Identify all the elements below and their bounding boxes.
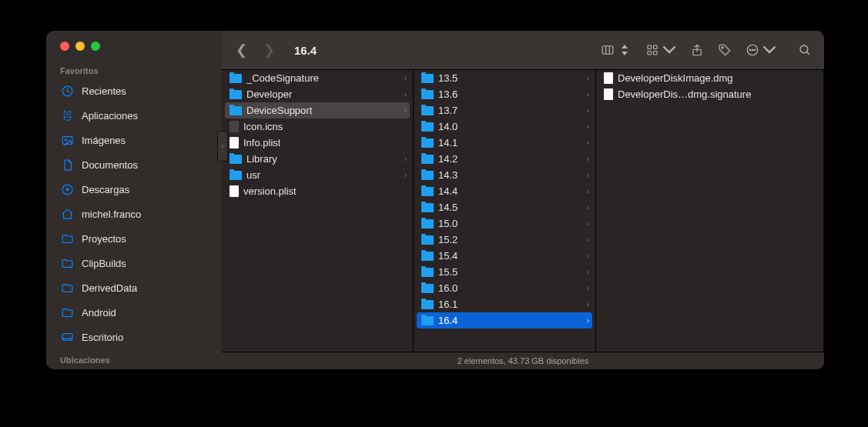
minimize-button[interactable] (75, 42, 85, 51)
column-1[interactable]: _CodeSignature›Developer›DeviceSupport›I… (222, 70, 414, 352)
column-2[interactable]: 13.5›13.6›13.7›14.0›14.1›14.2›14.3›14.4›… (414, 70, 596, 352)
file-row[interactable]: 15.4› (414, 248, 595, 264)
sidebar-item[interactable]: ClipBuilds (46, 251, 222, 275)
file-row[interactable]: 13.7› (414, 102, 595, 118)
sidebar-item[interactable]: Escritorio (46, 325, 222, 349)
folder-icon (230, 74, 242, 83)
svg-point-18 (754, 49, 756, 51)
file-row[interactable]: 14.3› (414, 167, 595, 183)
file-row[interactable]: DeveloperDis…dmg.signature (596, 86, 823, 102)
sidebar-item-label: Recientes (82, 85, 126, 97)
chevron-right-icon: › (404, 171, 407, 179)
file-label: 13.5 (438, 72, 457, 84)
folder-icon (421, 138, 434, 148)
search-button[interactable] (798, 43, 812, 57)
folder-icon (230, 155, 242, 164)
maximize-button[interactable] (91, 42, 100, 51)
grid-icon (645, 43, 659, 57)
file-row[interactable]: usr› (222, 167, 413, 183)
more-button[interactable] (746, 43, 776, 57)
file-row[interactable]: 13.5› (414, 70, 595, 86)
svg-rect-9 (648, 45, 652, 49)
folder-icon (421, 235, 434, 245)
share-button[interactable] (690, 43, 704, 57)
sidebar-item-label: Imágenes (82, 135, 126, 146)
file-row[interactable]: version.plist (222, 183, 413, 199)
close-button[interactable] (60, 42, 69, 51)
file-icon (604, 72, 613, 84)
sidebar-item[interactable]: Imágenes (46, 128, 222, 152)
file-row[interactable]: 16.4› (417, 312, 592, 329)
chevron-down-icon (662, 43, 676, 57)
sidebar-item-label: ClipBuilds (82, 258, 126, 269)
file-row[interactable]: 15.2› (414, 232, 595, 248)
file-row[interactable]: 16.0› (414, 280, 595, 296)
apps-icon (60, 108, 74, 122)
file-row[interactable]: 15.0› (414, 215, 595, 232)
sidebar-item[interactable]: Documentos (46, 152, 222, 177)
sidebar-item[interactable]: iCloud Drive (46, 368, 222, 369)
folder-icon (60, 305, 74, 319)
file-label: version.plist (243, 185, 297, 197)
clock-icon (60, 84, 74, 98)
home-icon (60, 207, 74, 221)
chevron-right-icon: › (587, 252, 589, 260)
sidebar-item[interactable]: Aplicaciones (46, 103, 222, 128)
sidebar-item-label: Proyectos (82, 233, 126, 245)
svg-rect-4 (62, 333, 72, 340)
chevron-right-icon: › (587, 235, 589, 244)
sidebar-item[interactable]: Descargas (46, 177, 222, 202)
tags-button[interactable] (718, 43, 732, 57)
svg-point-2 (65, 138, 66, 140)
download-icon (60, 182, 74, 196)
group-button[interactable] (645, 43, 676, 57)
sidebar-item-label: DerivedData (82, 282, 137, 294)
sidebar-item[interactable]: Proyectos (46, 226, 222, 251)
sidebar-item-label: Escritorio (82, 332, 123, 343)
file-label: Developer (246, 88, 292, 100)
back-button[interactable]: ❮ (234, 42, 248, 58)
sidebar-section-label: Ubicaciones (46, 349, 222, 368)
view-columns-button[interactable] (601, 43, 632, 57)
file-row[interactable]: DeviceSupport› (225, 102, 410, 118)
folder-icon (60, 256, 74, 270)
sidebar-item[interactable]: Recientes (46, 78, 222, 103)
file-label: 13.7 (438, 105, 457, 116)
file-row[interactable]: 14.1› (414, 135, 595, 151)
file-row[interactable]: DeveloperDiskImage.dmg (596, 70, 823, 86)
file-row[interactable]: 13.6› (414, 86, 595, 102)
chevron-right-icon: › (404, 74, 407, 82)
file-row[interactable]: 14.4› (414, 183, 595, 199)
forward-button[interactable]: ❯ (262, 42, 276, 58)
file-label: DeveloperDis…dmg.signature (618, 88, 751, 100)
file-row[interactable]: _CodeSignature› (222, 70, 413, 86)
file-label: 14.4 (438, 185, 457, 197)
file-row[interactable]: 14.5› (414, 199, 595, 215)
image-icon (60, 133, 74, 147)
chevron-right-icon: › (587, 187, 589, 195)
sidebar-item[interactable]: DerivedData (46, 275, 222, 300)
chevron-right-icon: › (587, 300, 589, 309)
file-row[interactable]: Developer› (222, 86, 413, 102)
file-label: DeviceSupport (246, 105, 312, 116)
folder-icon (230, 90, 242, 99)
file-row[interactable]: Icon.icns (222, 118, 413, 135)
sidebar-item[interactable]: michel.franco (46, 202, 222, 226)
folder-icon (421, 90, 434, 99)
file-label: 15.5 (438, 266, 457, 278)
column-3[interactable]: DeveloperDiskImage.dmgDeveloperDis…dmg.s… (596, 70, 824, 352)
file-row[interactable]: Info.plist (222, 135, 413, 151)
sidebar-item[interactable]: Android (46, 300, 222, 325)
chevron-right-icon: › (587, 138, 589, 147)
tag-icon (718, 43, 732, 57)
search-icon (798, 43, 812, 57)
columns-icon (601, 43, 615, 57)
file-row[interactable]: 14.2› (414, 151, 595, 167)
folder-icon (421, 284, 434, 293)
file-row[interactable]: Library› (222, 151, 413, 167)
file-row[interactable]: 14.0› (414, 118, 595, 135)
svg-point-19 (800, 45, 808, 53)
file-row[interactable]: 15.5› (414, 264, 595, 280)
sidebar-item-label: Android (82, 307, 116, 319)
file-row[interactable]: 16.1› (414, 296, 595, 312)
